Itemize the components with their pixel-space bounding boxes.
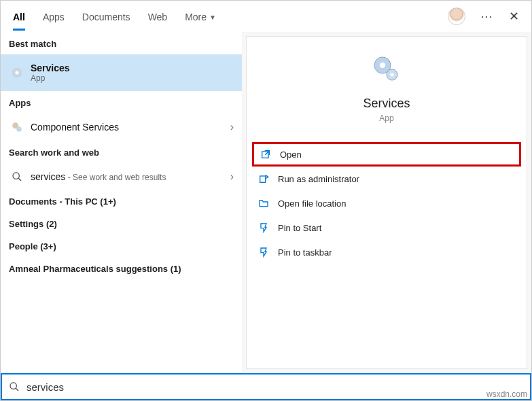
- search-icon: [9, 381, 20, 392]
- tab-documents[interactable]: Documents: [82, 3, 130, 29]
- action-pin-start[interactable]: Pin to Start: [252, 215, 521, 240]
- tab-bar: All Apps Documents Web More ▼ ⋯ ✕: [1, 1, 531, 32]
- search-bar[interactable]: [1, 373, 531, 400]
- action-list: Open Run as administrator Open file loca…: [247, 142, 527, 264]
- user-avatar[interactable]: [448, 7, 465, 25]
- tab-more-label: More: [185, 12, 207, 22]
- action-label: Pin to taskbar: [278, 247, 332, 258]
- search-input[interactable]: [26, 381, 523, 393]
- caret-down-icon: ▼: [209, 14, 216, 21]
- detail-panel-wrap: Services App Open Run as administrator: [242, 32, 531, 373]
- action-open-location[interactable]: Open file location: [252, 191, 521, 215]
- open-icon: [260, 148, 272, 160]
- detail-title: Services: [363, 97, 410, 111]
- result-suggestions[interactable]: Amneal Pharmaceuticals suggestions (1): [1, 258, 242, 280]
- svg-point-7: [380, 63, 385, 68]
- detail-subtitle: App: [379, 114, 393, 123]
- svg-point-1: [16, 71, 19, 75]
- result-settings[interactable]: Settings (2): [1, 213, 242, 235]
- action-pin-taskbar[interactable]: Pin to taskbar: [252, 240, 521, 264]
- result-web-search[interactable]: services - See work and web results ›: [1, 163, 242, 190]
- svg-line-13: [16, 388, 18, 391]
- svg-point-4: [13, 173, 19, 179]
- apps-label: Apps: [1, 91, 242, 114]
- detail-panel: Services App Open Run as administrator: [246, 36, 527, 369]
- action-label: Run as administrator: [278, 174, 359, 184]
- result-people[interactable]: People (3+): [1, 235, 242, 258]
- search-web-label: Search work and web: [1, 141, 242, 163]
- svg-point-9: [391, 73, 394, 77]
- result-subtitle: App: [31, 73, 70, 83]
- best-match-label: Best match: [1, 32, 242, 54]
- result-best-match[interactable]: Services App: [1, 54, 242, 91]
- folder-icon: [258, 197, 270, 209]
- content-area: Best match Services App Apps Component S…: [1, 32, 531, 373]
- tab-web[interactable]: Web: [148, 3, 168, 29]
- pin-icon: [258, 246, 270, 258]
- action-run-admin[interactable]: Run as administrator: [252, 167, 521, 191]
- component-services-icon: [10, 120, 24, 134]
- result-component-services[interactable]: Component Services ›: [1, 114, 242, 141]
- svg-rect-11: [260, 176, 266, 182]
- result-title: Component Services: [31, 122, 119, 133]
- chevron-right-icon: ›: [230, 171, 234, 183]
- chevron-right-icon: ›: [230, 121, 234, 133]
- svg-point-12: [10, 383, 16, 389]
- result-title: services - See work and web results: [31, 171, 166, 182]
- services-gear-icon: [10, 66, 24, 80]
- action-label: Pin to Start: [278, 223, 321, 233]
- result-documents[interactable]: Documents - This PC (1+): [1, 190, 242, 213]
- action-label: Open file location: [278, 198, 346, 209]
- svg-line-5: [18, 178, 21, 181]
- admin-icon: [258, 173, 270, 185]
- more-options-icon[interactable]: ⋯: [480, 9, 494, 24]
- search-icon: [10, 170, 24, 184]
- svg-point-3: [16, 126, 22, 132]
- watermark: wsxdn.com: [486, 389, 527, 399]
- results-panel: Best match Services App Apps Component S…: [1, 32, 242, 373]
- tab-apps[interactable]: Apps: [43, 3, 65, 29]
- action-open[interactable]: Open: [252, 142, 521, 167]
- detail-header: Services App: [247, 53, 527, 123]
- pin-icon: [258, 222, 270, 234]
- services-large-icon: [370, 53, 403, 86]
- tab-more[interactable]: More ▼: [185, 3, 216, 29]
- action-label: Open: [280, 150, 302, 160]
- close-icon[interactable]: ✕: [509, 9, 519, 24]
- tab-all[interactable]: All: [13, 3, 25, 29]
- result-title: Services: [31, 63, 70, 73]
